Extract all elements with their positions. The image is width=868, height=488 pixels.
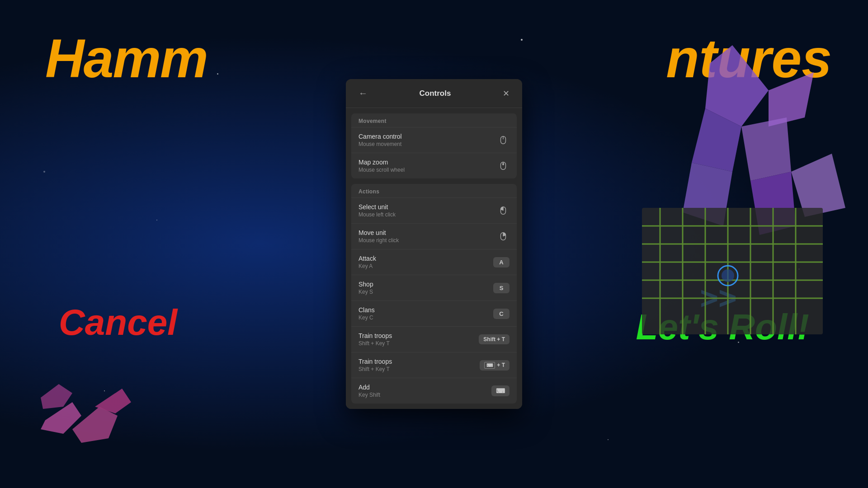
movement-section-header: Movement xyxy=(351,113,517,127)
keyboard-icon-add: ⌨ xyxy=(496,387,505,394)
control-name-select: Select unit xyxy=(359,203,396,211)
control-name-clans: Clans xyxy=(359,306,375,314)
modal-backdrop: ← Controls ✕ Movement Camera control Mou… xyxy=(0,0,868,488)
control-info-shop: Shop Key S xyxy=(359,281,373,295)
control-item-select[interactable]: Select unit Mouse left click xyxy=(351,197,517,223)
control-info-mapzoom: Map zoom Mouse scroll wheel xyxy=(359,159,405,173)
mouse-left-icon xyxy=(497,204,509,217)
key-badge-clans: C xyxy=(493,309,509,319)
modal-body: Movement Camera control Mouse movement xyxy=(346,108,522,409)
mouse-full-icon xyxy=(497,134,509,146)
control-key-mapzoom: Mouse scroll wheel xyxy=(359,167,405,173)
control-info-train1: Train troops Shift + Key T xyxy=(359,332,392,347)
control-name-add: Add xyxy=(359,384,380,391)
control-name-attack: Attack xyxy=(359,255,376,262)
control-name-camera: Camera control xyxy=(359,133,402,140)
control-key-camera: Mouse movement xyxy=(359,141,402,147)
control-item-mapzoom[interactable]: Map zoom Mouse scroll wheel xyxy=(351,153,517,178)
control-item-shop[interactable]: Shop Key S S xyxy=(351,275,517,300)
control-name-train1: Train troops xyxy=(359,332,392,339)
control-key-attack: Key A xyxy=(359,263,376,269)
keyboard-icon-train2: ⌨ xyxy=(484,362,495,369)
modal-title: Controls xyxy=(420,89,451,98)
control-name-shop: Shop xyxy=(359,281,373,288)
keyboard-plus-badge-train2: ⌨ + T xyxy=(480,360,509,371)
shift-key-badge-train1: Shift + T xyxy=(479,334,509,344)
control-item-move[interactable]: Move unit Mouse right click xyxy=(351,223,517,249)
control-info-select: Select unit Mouse left click xyxy=(359,203,396,218)
movement-section: Movement Camera control Mouse movement xyxy=(351,113,517,178)
control-key-move: Mouse right click xyxy=(359,237,399,244)
control-info-clans: Clans Key C xyxy=(359,306,375,321)
control-info-attack: Attack Key A xyxy=(359,255,376,269)
control-item-attack[interactable]: Attack Key A A xyxy=(351,249,517,275)
control-item-camera[interactable]: Camera control Mouse movement xyxy=(351,127,517,153)
mouse-right-icon xyxy=(497,230,509,243)
keyboard-badge-add: ⌨ xyxy=(491,385,509,396)
control-key-clans: Key C xyxy=(359,314,375,321)
actions-section: Actions Select unit Mouse left click xyxy=(351,184,517,404)
control-name-train2: Train troops xyxy=(359,358,392,365)
control-name-mapzoom: Map zoom xyxy=(359,159,405,166)
back-button[interactable]: ← xyxy=(355,86,371,100)
control-key-train1: Shift + Key T xyxy=(359,340,392,347)
control-key-add: Key Shift xyxy=(359,392,380,398)
control-item-train1[interactable]: Train troops Shift + Key T Shift + T xyxy=(351,326,517,352)
plus-t-label: + T xyxy=(497,362,505,368)
key-badge-shop: S xyxy=(493,283,509,293)
control-item-clans[interactable]: Clans Key C C xyxy=(351,300,517,326)
controls-modal: ← Controls ✕ Movement Camera control Mou… xyxy=(346,79,522,409)
control-item-train2[interactable]: Train troops Shift + Key T ⌨ + T xyxy=(351,352,517,378)
control-info-move: Move unit Mouse right click xyxy=(359,229,399,244)
control-key-select: Mouse left click xyxy=(359,211,396,218)
close-button[interactable]: ✕ xyxy=(499,87,513,100)
mouse-scroll-icon xyxy=(497,160,509,172)
svg-point-30 xyxy=(502,163,504,166)
actions-section-header: Actions xyxy=(351,184,517,197)
control-key-train2: Shift + Key T xyxy=(359,366,392,372)
modal-header: ← Controls ✕ xyxy=(346,79,522,108)
control-name-move: Move unit xyxy=(359,229,399,236)
control-key-shop: Key S xyxy=(359,289,373,295)
key-badge-attack: A xyxy=(493,257,509,267)
control-item-add[interactable]: Add Key Shift ⌨ xyxy=(351,378,517,404)
control-info-train2: Train troops Shift + Key T xyxy=(359,358,392,372)
control-info-camera: Camera control Mouse movement xyxy=(359,133,402,147)
control-info-add: Add Key Shift xyxy=(359,384,380,398)
